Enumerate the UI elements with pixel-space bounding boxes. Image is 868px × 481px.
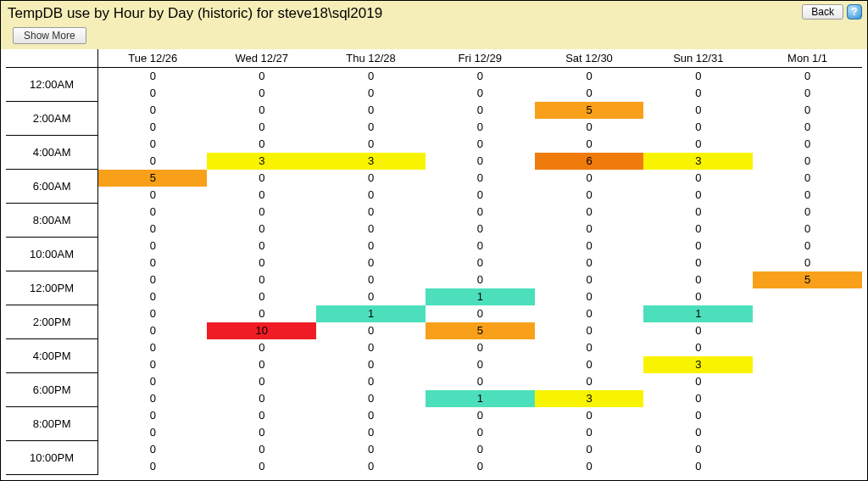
heat-cell[interactable]: 0 [316, 288, 426, 305]
heat-cell[interactable]: 0 [207, 288, 316, 305]
heat-cell[interactable] [753, 288, 862, 305]
heat-cell[interactable]: 0 [316, 136, 426, 153]
heat-cell[interactable]: 0 [316, 102, 426, 119]
heat-cell[interactable]: 0 [207, 85, 316, 102]
heat-cell[interactable]: 0 [535, 458, 644, 475]
heat-cell[interactable]: 0 [535, 373, 644, 390]
heat-cell[interactable]: 0 [426, 271, 535, 288]
heat-cell[interactable] [753, 339, 862, 356]
heat-cell[interactable]: 0 [643, 85, 753, 102]
heat-cell[interactable]: 0 [643, 458, 753, 475]
heat-cell[interactable]: 0 [98, 204, 208, 221]
heat-cell[interactable]: 0 [316, 407, 426, 424]
heat-cell[interactable]: 0 [535, 221, 644, 238]
heat-cell[interactable]: 0 [316, 221, 426, 238]
heat-cell[interactable]: 3 [207, 153, 316, 170]
heat-cell[interactable]: 0 [426, 102, 535, 119]
heat-cell[interactable]: 0 [643, 68, 753, 85]
heat-cell[interactable]: 0 [426, 68, 535, 85]
heat-cell[interactable]: 0 [98, 305, 208, 322]
heat-cell[interactable]: 0 [426, 441, 535, 458]
heat-cell[interactable]: 0 [643, 288, 753, 305]
heat-cell[interactable]: 0 [98, 102, 208, 119]
heat-cell[interactable]: 0 [643, 119, 753, 136]
heat-cell[interactable]: 0 [643, 136, 753, 153]
heat-cell[interactable]: 0 [535, 170, 644, 187]
heat-cell[interactable]: 0 [207, 170, 316, 187]
heat-cell[interactable]: 0 [753, 238, 862, 254]
heat-cell[interactable]: 0 [207, 136, 316, 153]
show-more-button[interactable]: Show More [13, 27, 86, 44]
heat-cell[interactable]: 0 [98, 339, 208, 356]
heat-cell[interactable]: 0 [98, 407, 208, 424]
heat-cell[interactable]: 0 [535, 322, 644, 339]
heat-cell[interactable]: 3 [535, 390, 644, 407]
heat-cell[interactable]: 0 [207, 254, 316, 271]
heat-cell[interactable]: 0 [426, 356, 535, 373]
heat-cell[interactable]: 0 [426, 221, 535, 238]
heat-cell[interactable]: 0 [535, 356, 644, 373]
heat-cell[interactable]: 0 [535, 271, 644, 288]
heat-cell[interactable]: 0 [643, 441, 753, 458]
heat-cell[interactable]: 0 [426, 339, 535, 356]
heat-cell[interactable]: 0 [98, 254, 208, 271]
heat-cell[interactable]: 0 [316, 68, 426, 85]
heat-cell[interactable]: 0 [207, 68, 316, 85]
heat-cell[interactable]: 0 [643, 424, 753, 441]
heat-cell[interactable]: 0 [98, 153, 208, 170]
heat-cell[interactable] [753, 458, 862, 475]
heat-cell[interactable]: 0 [207, 458, 316, 475]
heat-cell[interactable]: 0 [426, 204, 535, 221]
heat-cell[interactable]: 0 [753, 136, 862, 153]
heat-cell[interactable]: 0 [316, 339, 426, 356]
heat-cell[interactable]: 0 [643, 204, 753, 221]
heat-cell[interactable]: 0 [426, 373, 535, 390]
heat-cell[interactable]: 6 [535, 153, 644, 170]
heat-cell[interactable]: 0 [207, 102, 316, 119]
heat-cell[interactable]: 0 [426, 85, 535, 102]
heat-cell[interactable]: 0 [753, 85, 862, 102]
heat-cell[interactable]: 0 [426, 187, 535, 204]
heat-cell[interactable]: 0 [753, 254, 862, 271]
heat-cell[interactable]: 0 [316, 271, 426, 288]
heat-cell[interactable]: 0 [207, 407, 316, 424]
heat-cell[interactable]: 0 [753, 221, 862, 238]
heat-cell[interactable]: 3 [316, 153, 426, 170]
heat-cell[interactable]: 0 [316, 238, 426, 254]
heat-cell[interactable]: 0 [426, 238, 535, 254]
heat-cell[interactable]: 0 [98, 119, 208, 136]
heat-cell[interactable]: 0 [643, 254, 753, 271]
heat-cell[interactable]: 0 [426, 424, 535, 441]
heat-cell[interactable]: 0 [535, 238, 644, 254]
heat-cell[interactable]: 1 [426, 390, 535, 407]
heat-cell[interactable]: 0 [426, 119, 535, 136]
heat-cell[interactable]: 0 [535, 407, 644, 424]
heat-cell[interactable]: 0 [316, 322, 426, 339]
heat-cell[interactable]: 0 [207, 204, 316, 221]
heat-cell[interactable]: 0 [535, 68, 644, 85]
heat-cell[interactable] [753, 407, 862, 424]
heat-cell[interactable]: 0 [98, 68, 208, 85]
heat-cell[interactable]: 0 [316, 424, 426, 441]
heat-cell[interactable] [753, 373, 862, 390]
heat-cell[interactable]: 0 [643, 407, 753, 424]
heat-cell[interactable]: 0 [98, 221, 208, 238]
heat-cell[interactable]: 0 [426, 305, 535, 322]
heat-cell[interactable]: 0 [535, 441, 644, 458]
heat-cell[interactable]: 0 [98, 458, 208, 475]
heat-cell[interactable]: 0 [316, 85, 426, 102]
heat-cell[interactable]: 0 [535, 339, 644, 356]
heat-cell[interactable]: 0 [643, 390, 753, 407]
heat-cell[interactable]: 0 [426, 136, 535, 153]
heat-cell[interactable]: 0 [98, 187, 208, 204]
heat-cell[interactable]: 0 [535, 136, 644, 153]
heat-cell[interactable]: 0 [207, 356, 316, 373]
heat-cell[interactable]: 1 [316, 305, 426, 322]
heat-cell[interactable] [753, 305, 862, 322]
heat-cell[interactable]: 0 [426, 407, 535, 424]
heat-cell[interactable]: 0 [316, 356, 426, 373]
heat-cell[interactable]: 0 [535, 85, 644, 102]
heat-cell[interactable]: 0 [535, 187, 644, 204]
heat-cell[interactable] [753, 424, 862, 441]
heat-cell[interactable] [753, 390, 862, 407]
